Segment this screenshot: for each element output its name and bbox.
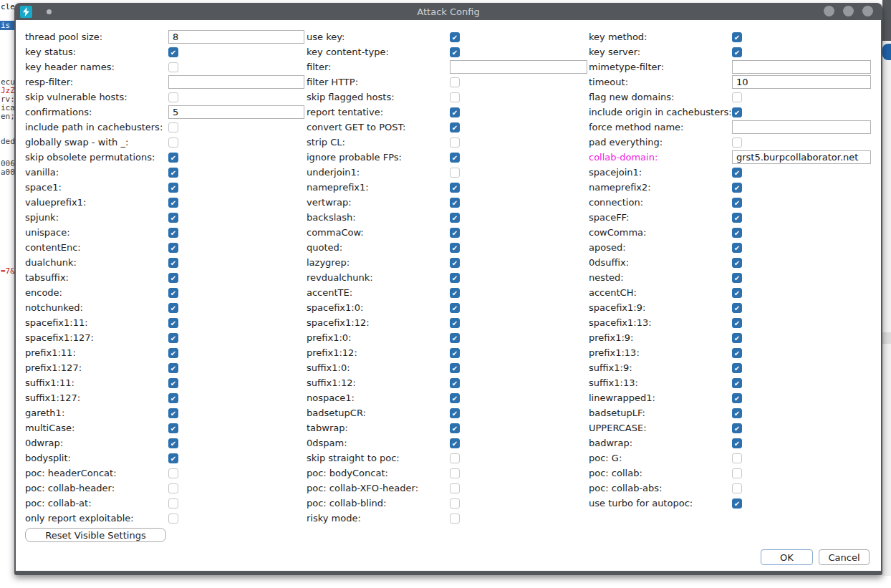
skip-flagged-hosts-checkbox[interactable] [450, 92, 460, 102]
poc-collab-checkbox[interactable] [732, 468, 742, 478]
space1-checkbox[interactable]: ✔ [168, 183, 178, 193]
commacow-checkbox[interactable]: ✔ [450, 228, 460, 238]
lazygrep-checkbox[interactable]: ✔ [450, 258, 460, 268]
skip-obsolete-permutations-checkbox[interactable]: ✔ [168, 153, 178, 163]
globally-swap-with-checkbox[interactable] [168, 138, 178, 148]
close-button[interactable] [862, 6, 873, 16]
key-method-checkbox[interactable]: ✔ [732, 32, 742, 42]
minimize-button[interactable] [824, 6, 834, 16]
include-path-in-cachebusters-checkbox[interactable] [168, 122, 178, 132]
tabsuffix-checkbox[interactable]: ✔ [168, 273, 178, 283]
suffix1-11-checkbox[interactable]: ✔ [168, 378, 178, 388]
spjunk-checkbox[interactable]: ✔ [168, 213, 178, 223]
key-status-checkbox[interactable]: ✔ [168, 47, 178, 57]
filter-http-checkbox[interactable] [450, 77, 460, 87]
0dwrap-checkbox[interactable]: ✔ [168, 438, 178, 448]
nameprefix2-checkbox[interactable]: ✔ [732, 183, 742, 193]
key-content-type-checkbox[interactable]: ✔ [450, 47, 460, 57]
nested-checkbox[interactable]: ✔ [732, 273, 742, 283]
spacefix1-9-checkbox[interactable]: ✔ [732, 303, 742, 313]
poc-collab-at-checkbox[interactable] [168, 498, 178, 509]
accentch-checkbox[interactable]: ✔ [732, 288, 742, 298]
use-turbo-for-autopoc-checkbox[interactable]: ✔ [732, 498, 742, 509]
connection-checkbox[interactable]: ✔ [732, 198, 742, 208]
poc-collab-blind-checkbox[interactable] [450, 498, 460, 509]
prefix1-0-checkbox[interactable]: ✔ [450, 333, 460, 343]
poc-headerconcat-checkbox[interactable] [168, 468, 178, 478]
poc-g-checkbox[interactable] [732, 453, 742, 463]
uppercase-checkbox[interactable]: ✔ [732, 423, 742, 433]
flag-new-domains-checkbox[interactable] [732, 92, 742, 102]
suffix1-127-checkbox[interactable]: ✔ [168, 393, 178, 403]
tabwrap-checkbox[interactable]: ✔ [450, 423, 460, 433]
backslash-checkbox[interactable]: ✔ [450, 213, 460, 223]
prefix1-9-checkbox[interactable]: ✔ [732, 333, 742, 343]
poc-collab-abs-checkbox[interactable] [732, 483, 742, 493]
poc-collab-xfo-header-checkbox[interactable] [450, 483, 460, 493]
only-report-exploitable-checkbox[interactable] [168, 514, 178, 524]
badsetuplf-checkbox[interactable]: ✔ [732, 408, 742, 418]
accentte-checkbox[interactable]: ✔ [450, 288, 460, 298]
spacefix1-11-checkbox[interactable]: ✔ [168, 318, 178, 328]
strip-cl-checkbox[interactable] [450, 138, 460, 148]
cancel-button[interactable]: Cancel [819, 549, 870, 565]
bodysplit-checkbox[interactable]: ✔ [168, 453, 178, 463]
skip-vulnerable-hosts-checkbox[interactable] [168, 92, 178, 102]
aposed-checkbox[interactable]: ✔ [732, 243, 742, 253]
suffix1-0-checkbox[interactable]: ✔ [450, 363, 460, 373]
unispace-checkbox[interactable]: ✔ [168, 228, 178, 238]
poc-bodyconcat-checkbox[interactable] [450, 468, 460, 478]
ok-button[interactable]: OK [761, 549, 813, 565]
spacefix1-127-checkbox[interactable]: ✔ [168, 333, 178, 343]
skip-straight-to-poc-checkbox[interactable] [450, 453, 460, 463]
spacefix1-13-checkbox[interactable]: ✔ [732, 318, 742, 328]
linewrapped1-checkbox[interactable]: ✔ [732, 393, 742, 403]
thread-pool-size-input[interactable] [168, 30, 304, 44]
quoted-checkbox[interactable]: ✔ [450, 243, 460, 253]
badsetupcr-checkbox[interactable]: ✔ [450, 408, 460, 418]
include-origin-in-cachebusters-checkbox[interactable]: ✔ [732, 107, 742, 117]
collab-domain-input[interactable] [732, 150, 871, 164]
gareth1-checkbox[interactable]: ✔ [168, 408, 178, 418]
scrollbar-thumb[interactable] [882, 332, 891, 344]
resp-filter-input[interactable] [168, 75, 304, 89]
revdualchunk-checkbox[interactable]: ✔ [450, 273, 460, 283]
confirmations-input[interactable] [168, 105, 304, 119]
prefix1-12-checkbox[interactable]: ✔ [450, 348, 460, 358]
vertwrap-checkbox[interactable]: ✔ [450, 198, 460, 208]
prefix1-127-checkbox[interactable]: ✔ [168, 363, 178, 373]
prefix1-11-checkbox[interactable]: ✔ [168, 348, 178, 358]
maximize-button[interactable] [843, 6, 854, 16]
dualchunk-checkbox[interactable]: ✔ [168, 258, 178, 268]
poc-collab-header-checkbox[interactable] [168, 483, 178, 493]
spaceff-checkbox[interactable]: ✔ [732, 213, 742, 223]
0dspam-checkbox[interactable]: ✔ [450, 438, 460, 448]
use-key-checkbox[interactable]: ✔ [450, 32, 460, 42]
valueprefix1-checkbox[interactable]: ✔ [168, 198, 178, 208]
contentenc-checkbox[interactable]: ✔ [168, 243, 178, 253]
pad-everything-checkbox[interactable] [732, 138, 742, 148]
force-method-name-input[interactable] [732, 120, 871, 134]
mimetype-filter-input[interactable] [732, 60, 871, 74]
key-header-names-checkbox[interactable] [168, 62, 178, 72]
suffix1-13-checkbox[interactable]: ✔ [732, 378, 742, 388]
underjoin1-checkbox[interactable] [450, 168, 460, 178]
prefix1-13-checkbox[interactable]: ✔ [732, 348, 742, 358]
background-blue-button[interactable] [882, 44, 891, 60]
key-server-checkbox[interactable]: ✔ [732, 47, 742, 57]
report-tentative-checkbox[interactable]: ✔ [450, 107, 460, 117]
spacefix1-0-checkbox[interactable]: ✔ [450, 303, 460, 313]
suffix1-12-checkbox[interactable]: ✔ [450, 378, 460, 388]
nospace1-checkbox[interactable]: ✔ [450, 393, 460, 403]
spacefix1-12-checkbox[interactable]: ✔ [450, 318, 460, 328]
timeout-input[interactable] [732, 75, 871, 89]
convert-get-to-post-checkbox[interactable]: ✔ [450, 122, 460, 132]
encode-checkbox[interactable]: ✔ [168, 288, 178, 298]
filter-input[interactable] [450, 60, 587, 74]
spacejoin1-checkbox[interactable]: ✔ [732, 168, 742, 178]
nameprefix1-checkbox[interactable]: ✔ [450, 183, 460, 193]
multicase-checkbox[interactable]: ✔ [168, 423, 178, 433]
cowcomma-checkbox[interactable]: ✔ [732, 228, 742, 238]
ignore-probable-fps-checkbox[interactable]: ✔ [450, 153, 460, 163]
dialog-titlebar[interactable]: Attack Config [16, 3, 881, 20]
